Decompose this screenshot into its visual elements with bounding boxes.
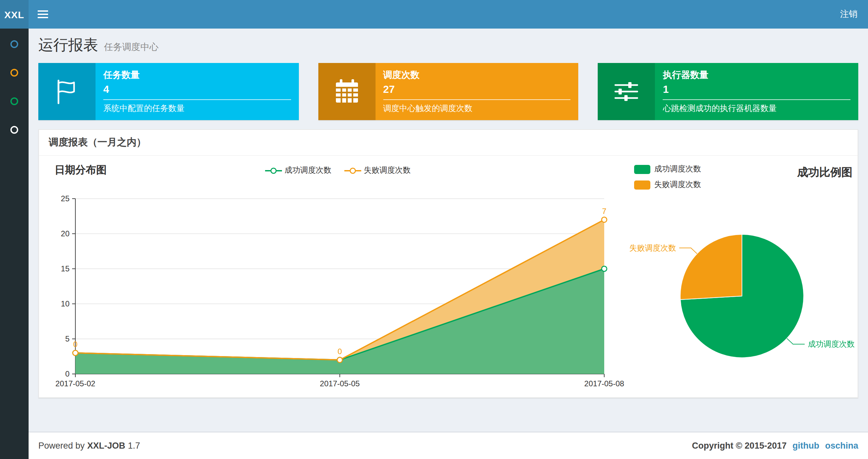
legend-line-marker [265, 166, 282, 174]
legend-line-marker [344, 166, 361, 174]
success-ratio-chart: 成功调度次数失败调度次数 成功比例图 成功调度次数失败调度次数 [631, 164, 852, 396]
svg-text:2017-05-05: 2017-05-05 [320, 379, 360, 388]
page-subtitle: 任务调度中心 [104, 41, 158, 53]
github-link[interactable]: github [793, 441, 819, 451]
legend-label: 失败调度次数 [364, 165, 411, 176]
powered-by-text: Powered by [38, 441, 85, 451]
info-box-jobs: 任务数量 4 系统中配置的任务数量 [38, 63, 299, 120]
page-title-text: 运行报表 [38, 35, 98, 55]
pie-chart-legend: 成功调度次数失败调度次数 [634, 164, 701, 190]
info-box-jobs-icon-area [38, 63, 95, 120]
divider [383, 99, 570, 100]
content-area: 运行报表 任务调度中心 任务数量 4 系统中配置的任务数量 [29, 29, 868, 459]
legend-item[interactable]: 失败调度次数 [634, 179, 701, 190]
divider [103, 99, 291, 100]
page-header: 运行报表 任务调度中心 [29, 29, 868, 63]
date-distribution-chart: 日期分布图 成功调度次数失败调度次数 05101520252017-05-022… [44, 164, 631, 396]
footer-right: Copyright © 2015-2017 github oschina [692, 441, 858, 451]
svg-text:失败调度次数: 失败调度次数 [629, 243, 676, 252]
svg-text:15: 15 [61, 264, 69, 273]
footer: Powered byXXL-JOB1.7 Copyright © 2015-20… [29, 432, 868, 459]
logout-link[interactable]: 注销 [830, 0, 868, 29]
svg-text:20: 20 [61, 229, 69, 238]
legend-item[interactable]: 失败调度次数 [344, 165, 411, 176]
top-navbar: XXL 注销 [0, 0, 868, 29]
area-chart-canvas: 05101520252017-05-022017-05-052017-05-08… [44, 182, 629, 396]
svg-text:0: 0 [338, 347, 342, 356]
xxl-job-dashboard: XXL 注销 运行报表 任务调度中心 任务数量 [0, 0, 868, 459]
info-box-title: 执行器数量 [663, 69, 850, 81]
info-box-value: 4 [103, 84, 291, 95]
calendar-icon [332, 77, 361, 106]
legend-label: 成功调度次数 [285, 165, 331, 176]
pie-chart-canvas: 成功调度次数失败调度次数 [631, 194, 852, 388]
divider [663, 99, 850, 100]
svg-text:0: 0 [73, 340, 77, 349]
hamburger-icon [38, 13, 48, 15]
copyright: Copyright © 2015-2017 [692, 441, 787, 451]
svg-text:7: 7 [602, 207, 606, 216]
info-box-desc: 系统中配置的任务数量 [103, 103, 291, 114]
info-box-executors-icon-area [598, 63, 655, 120]
svg-text:5: 5 [65, 334, 69, 343]
sidebar-item-2[interactable] [0, 59, 29, 87]
sliders-icon [612, 77, 641, 106]
circle-icon [10, 126, 18, 134]
info-box-title: 任务数量 [103, 69, 291, 81]
svg-text:10: 10 [61, 299, 69, 308]
legend-item[interactable]: 成功调度次数 [634, 164, 701, 175]
legend-item[interactable]: 成功调度次数 [265, 165, 331, 176]
circle-icon [10, 69, 18, 76]
pie-chart-title: 成功比例图 [797, 165, 852, 180]
svg-text:2017-05-02: 2017-05-02 [56, 379, 95, 388]
info-box-triggers-icon-area [318, 63, 375, 120]
panel-body: 日期分布图 成功调度次数失败调度次数 05101520252017-05-022… [39, 156, 858, 397]
app-logo[interactable]: XXL [0, 0, 29, 29]
page-title: 运行报表 任务调度中心 [38, 35, 858, 55]
info-box-desc: 心跳检测成功的执行器机器数量 [663, 103, 850, 114]
info-box-triggers: 调度次数 27 调度中心触发的调度次数 [318, 63, 578, 120]
sidebar-item-1[interactable] [0, 30, 29, 59]
panel-title: 调度报表（一月之内） [39, 130, 858, 156]
summary-boxes: 任务数量 4 系统中配置的任务数量 [29, 63, 868, 120]
circle-icon [10, 40, 18, 48]
sidebar-item-4[interactable] [0, 116, 29, 144]
app-name: XXL-JOB [87, 441, 125, 451]
info-box-title: 调度次数 [383, 69, 570, 81]
sidebar [0, 29, 29, 459]
legend-label: 成功调度次数 [654, 164, 701, 175]
info-box-value: 27 [383, 84, 570, 95]
svg-text:成功调度次数: 成功调度次数 [808, 339, 855, 348]
svg-text:25: 25 [61, 194, 69, 203]
legend-label: 失败调度次数 [654, 179, 701, 190]
info-box-body: 调度次数 27 调度中心触发的调度次数 [375, 63, 578, 120]
svg-text:0: 0 [65, 369, 69, 378]
info-box-body: 任务数量 4 系统中配置的任务数量 [95, 63, 299, 120]
line-chart-legend: 成功调度次数失败调度次数 [265, 165, 411, 176]
legend-swatch [634, 165, 650, 174]
sidebar-toggle-button[interactable] [29, 0, 57, 29]
info-box-body: 执行器数量 1 心跳检测成功的执行器机器数量 [655, 63, 858, 120]
sidebar-item-3[interactable] [0, 87, 29, 116]
circle-icon [10, 97, 18, 105]
oschina-link[interactable]: oschina [825, 441, 858, 451]
sidebar-menu [0, 29, 29, 144]
info-box-value: 1 [663, 84, 850, 95]
report-panel: 调度报表（一月之内） 日期分布图 成功调度次数失败调度次数 0510152025… [38, 129, 858, 398]
powered-by: Powered byXXL-JOB1.7 [38, 441, 140, 451]
flag-icon [53, 77, 81, 106]
info-box-executors: 执行器数量 1 心跳检测成功的执行器机器数量 [598, 63, 858, 120]
app-version: 1.7 [128, 441, 140, 451]
legend-swatch [634, 180, 650, 189]
svg-text:2017-05-08: 2017-05-08 [584, 379, 624, 388]
info-box-desc: 调度中心触发的调度次数 [383, 103, 570, 114]
